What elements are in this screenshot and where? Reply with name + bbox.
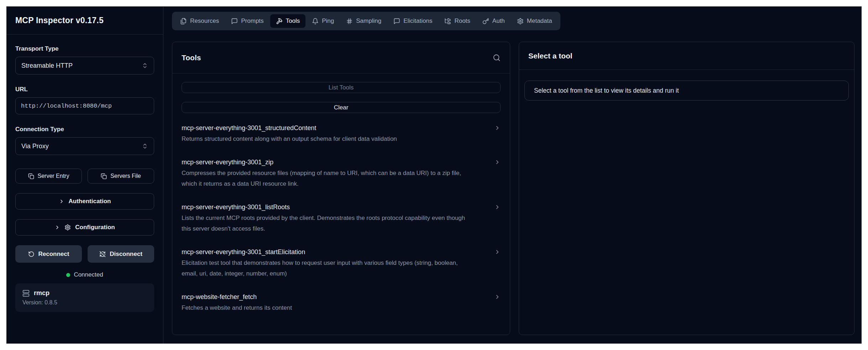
chevron-right-icon [494,249,501,255]
chevron-right-icon [494,204,501,210]
tool-list-item[interactable]: mcp-website-fetcher_fetch Fetches a webs… [182,292,501,313]
server-entry-label: Server Entry [38,173,69,179]
authentication-button[interactable]: Authentication [15,193,154,210]
tab-roots[interactable]: Roots [439,14,476,28]
tab-auth[interactable]: Auth [477,14,511,28]
tool-description: Compresses the provided resource files (… [182,168,473,189]
message-square-icon [231,18,238,25]
chevron-right-icon [59,199,64,204]
tool-name: mcp-server-everything-3001_listRoots [182,202,473,212]
copy-icon [28,173,34,179]
detail-panel-header: Select a tool [519,42,854,70]
servers-file-button[interactable]: Servers File [88,169,154,184]
tool-name: mcp-server-everything-3001_zip [182,157,473,167]
server-entry-button[interactable]: Server Entry [15,169,82,184]
connection-status: Connected [15,271,154,278]
tab-resources[interactable]: Resources [174,14,225,28]
tool-list-item[interactable]: mcp-server-everything-3001_structuredCon… [182,123,501,144]
servers-file-label: Servers File [110,173,141,179]
tab-label: Elicitations [403,17,432,25]
tab-label: Prompts [241,17,263,25]
tab-label: Sampling [356,17,381,25]
status-label: Connected [74,271,103,278]
tool-list-item[interactable]: mcp-server-everything-3001_zip Compresse… [182,157,501,189]
tool-description: Lists the current MCP roots provided by … [182,213,473,234]
files-icon [180,18,187,25]
tool-name: mcp-server-everything-3001_startElicitat… [182,247,473,257]
server-name: rmcp [34,289,49,297]
status-dot-icon [66,273,70,277]
refresh-off-icon [99,251,106,257]
tab-sampling[interactable]: Sampling [340,14,387,28]
tool-detail-panel: Select a tool Select a tool from the lis… [519,42,854,335]
tools-panel-body: List Tools Clear mcp-server-everything-3… [172,73,510,335]
chevron-right-icon [494,125,501,131]
chevrons-up-down-icon [142,143,148,149]
tab-prompts[interactable]: Prompts [225,14,269,28]
tabbar: Resources Prompts Tools Ping [172,12,560,30]
tab-label: Ping [322,17,334,25]
reconnect-label: Reconnect [38,251,69,258]
tool-description: Returns structured content along with an… [182,134,473,144]
server-icon [22,290,30,297]
select-tool-placeholder: Select a tool from the list to view its … [524,81,849,101]
transport-type-select[interactable]: Streamable HTTP [15,57,154,74]
detail-panel-body: Select a tool from the list to view its … [519,70,854,111]
configuration-label: Configuration [75,224,115,231]
list-tools-button[interactable]: List Tools [182,82,501,93]
tab-label: Resources [190,17,219,25]
url-label: URL [15,86,154,93]
tab-elicitations[interactable]: Elicitations [388,14,438,28]
copy-icon [101,173,107,179]
tool-list-item[interactable]: mcp-server-everything-3001_startElicitat… [182,247,501,279]
detail-panel-title: Select a tool [528,52,572,60]
url-input[interactable] [15,97,154,114]
chevron-right-icon [494,294,501,300]
chevron-right-icon [494,159,501,165]
sidebar-header: MCP Inspector v0.17.5 [6,6,163,35]
reconnect-button[interactable]: Reconnect [15,245,82,263]
authentication-label: Authentication [69,198,111,205]
tab-label: Roots [454,17,470,25]
gear-icon [64,224,71,231]
tab-metadata[interactable]: Metadata [511,14,558,28]
sidebar-content: Transport Type Streamable HTTP URL Conne… [6,35,163,312]
message-square-icon [393,18,400,25]
connection-type-label: Connection Type [15,126,154,133]
connection-type-select[interactable]: Via Proxy [15,137,154,155]
hash-icon [346,18,353,25]
server-version: Version: 0.8.5 [22,299,147,306]
main-area: Resources Prompts Tools Ping [163,6,862,344]
app-title: MCP Inspector v0.17.5 [15,16,104,25]
search-icon[interactable] [493,54,501,62]
tab-label: Auth [492,17,505,25]
chevrons-up-down-icon [142,62,148,69]
disconnect-label: Disconnect [110,251,142,258]
tab-label: Tools [286,17,300,25]
tab-ping[interactable]: Ping [306,14,340,28]
tools-panel: Tools List Tools Clear mcp-server-everyt… [172,42,510,335]
gear-icon [517,18,524,25]
clear-button[interactable]: Clear [182,102,501,113]
tab-tools[interactable]: Tools [270,14,306,28]
tool-description: Fetches a website and returns its conten… [182,303,473,313]
chevron-right-icon [54,225,60,230]
tool-description: Elicitation test tool that demonstrates … [182,258,473,279]
tool-list-item[interactable]: mcp-server-everything-3001_listRoots Lis… [182,202,501,234]
bell-icon [312,18,319,25]
key-icon [482,18,489,25]
tool-name: mcp-website-fetcher_fetch [182,292,473,302]
app-window: MCP Inspector v0.17.5 Transport Type Str… [6,6,862,344]
server-info-card: rmcp Version: 0.8.5 [15,283,154,312]
hammer-icon [276,18,283,25]
tool-list: mcp-server-everything-3001_structuredCon… [182,123,501,326]
folder-tree-icon [444,18,451,25]
configuration-button[interactable]: Configuration [15,219,154,236]
disconnect-button[interactable]: Disconnect [88,245,154,263]
tab-label: Metadata [527,17,552,25]
transport-type-label: Transport Type [15,45,154,52]
tools-panel-title: Tools [182,53,201,62]
connection-type-value: Via Proxy [21,143,49,150]
tool-name: mcp-server-everything-3001_structuredCon… [182,123,473,133]
sidebar: MCP Inspector v0.17.5 Transport Type Str… [6,6,163,344]
